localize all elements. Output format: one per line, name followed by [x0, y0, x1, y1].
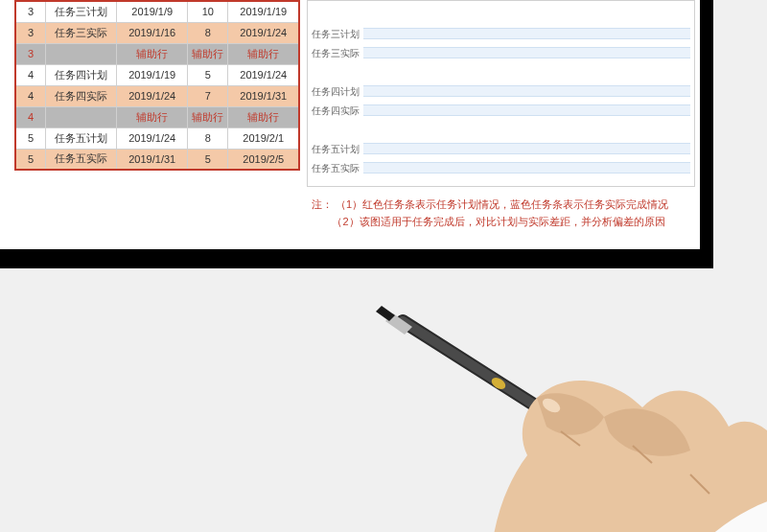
cell-name[interactable]: 任务四实际 — [46, 85, 117, 106]
cell-idx[interactable]: 5 — [15, 127, 46, 149]
chart-row-band — [363, 85, 690, 97]
chart-row-band — [363, 162, 690, 173]
cell-idx[interactable]: 3 — [15, 1, 46, 22]
cell-name[interactable] — [46, 43, 117, 64]
table-row[interactable]: 3任务三实际2019/1/1682019/1/24 — [15, 22, 299, 43]
cell-name[interactable]: 任务三实际 — [46, 22, 117, 43]
cell-days[interactable]: 5 — [188, 64, 228, 85]
cell-date1[interactable]: 2019/1/19 — [117, 64, 188, 85]
cell-idx[interactable]: 3 — [15, 22, 46, 43]
cell-date1[interactable]: 2019/1/31 — [117, 149, 188, 170]
cell-idx[interactable]: 3 — [15, 43, 46, 64]
chart-row-band — [363, 143, 690, 154]
cell-days[interactable]: 辅助行 — [188, 106, 228, 127]
chart-row-band — [363, 47, 690, 58]
cell-idx[interactable]: 4 — [15, 64, 46, 85]
cell-date2[interactable]: 2019/1/31 — [228, 85, 299, 106]
cell-days[interactable]: 8 — [188, 127, 228, 149]
chart-row-band — [363, 104, 690, 116]
table-row[interactable]: 5任务五计划2019/1/2482019/2/1 — [15, 127, 299, 149]
chart-y-label: 任务五实际 — [312, 162, 360, 175]
cell-date2[interactable]: 2019/1/24 — [228, 64, 299, 85]
cell-date2[interactable]: 2019/2/5 — [228, 149, 299, 170]
cell-date1[interactable]: 2019/1/24 — [117, 85, 188, 106]
cell-date1[interactable]: 2019/1/9 — [117, 1, 188, 22]
cell-date1[interactable]: 2019/1/16 — [117, 22, 188, 43]
note-prefix: 注： — [312, 198, 333, 210]
cell-days[interactable]: 5 — [188, 149, 228, 170]
chart-grid — [363, 1, 690, 186]
chart-y-label: 任务五计划 — [312, 143, 360, 156]
cell-days[interactable]: 8 — [188, 22, 228, 43]
cell-name[interactable] — [46, 106, 117, 127]
cell-date1[interactable]: 辅助行 — [117, 106, 188, 127]
cell-date2[interactable]: 2019/1/19 — [228, 1, 299, 22]
cell-name[interactable]: 任务五实际 — [46, 149, 117, 170]
chart-y-label: 任务三计划 — [312, 28, 360, 41]
chart-note: 注： （1）红色任务条表示任务计划情况，蓝色任务条表示任务实际完成情况 （2）该… — [312, 197, 695, 230]
cell-date2[interactable]: 辅助行 — [228, 43, 299, 64]
table-row[interactable]: 4任务四实际2019/1/2472019/1/31 — [15, 85, 299, 106]
cell-date1[interactable]: 辅助行 — [117, 43, 188, 64]
cell-idx[interactable]: 4 — [15, 106, 46, 127]
table-row[interactable]: 4任务四计划2019/1/1952019/1/24 — [15, 64, 299, 85]
table-row[interactable]: 3辅助行辅助行辅助行 — [15, 43, 299, 64]
cell-name[interactable]: 任务四计划 — [46, 64, 117, 85]
table-row[interactable]: 5任务五实际2019/1/3152019/2/5 — [15, 149, 299, 170]
chart-y-labels: 任务三计划任务三实际任务四计划任务四实际任务五计划任务五实际 — [308, 1, 363, 186]
table-row[interactable]: 4辅助行辅助行辅助行 — [15, 106, 299, 127]
gantt-chart: 任务三计划任务三实际任务四计划任务四实际任务五计划任务五实际 — [307, 0, 695, 187]
cell-date1[interactable]: 2019/1/24 — [117, 127, 188, 149]
chart-y-label: 任务四实际 — [312, 104, 360, 118]
task-table: 3任务三计划2019/1/9102019/1/193任务三实际2019/1/16… — [14, 0, 300, 171]
cell-days[interactable]: 7 — [188, 85, 228, 106]
cell-name[interactable]: 任务三计划 — [46, 1, 117, 22]
chart-y-label: 任务三实际 — [312, 47, 360, 60]
cell-idx[interactable]: 5 — [15, 149, 46, 170]
table-row[interactable]: 3任务三计划2019/1/9102019/1/19 — [15, 1, 299, 22]
svg-point-1 — [540, 396, 562, 415]
cell-name[interactable]: 任务五计划 — [46, 127, 117, 149]
cell-days[interactable]: 辅助行 — [188, 43, 228, 64]
cell-idx[interactable]: 4 — [15, 85, 46, 106]
note-line2: （2）该图适用于任务完成后，对比计划与实际差距，并分析偏差的原因 — [332, 216, 664, 227]
spreadsheet-sheet: 3任务三计划2019/1/9102019/1/193任务三实际2019/1/16… — [0, 0, 700, 249]
cell-date2[interactable]: 2019/1/24 — [228, 22, 299, 43]
cell-date2[interactable]: 辅助行 — [228, 106, 299, 127]
chart-row-band — [363, 28, 690, 39]
chart-y-label: 任务四计划 — [312, 85, 360, 99]
cell-days[interactable]: 10 — [188, 1, 228, 22]
note-line1: （1）红色任务条表示任务计划情况，蓝色任务条表示任务实际完成情况 — [336, 198, 668, 210]
cell-date2[interactable]: 2019/2/1 — [228, 127, 299, 149]
svg-point-0 — [490, 376, 508, 392]
